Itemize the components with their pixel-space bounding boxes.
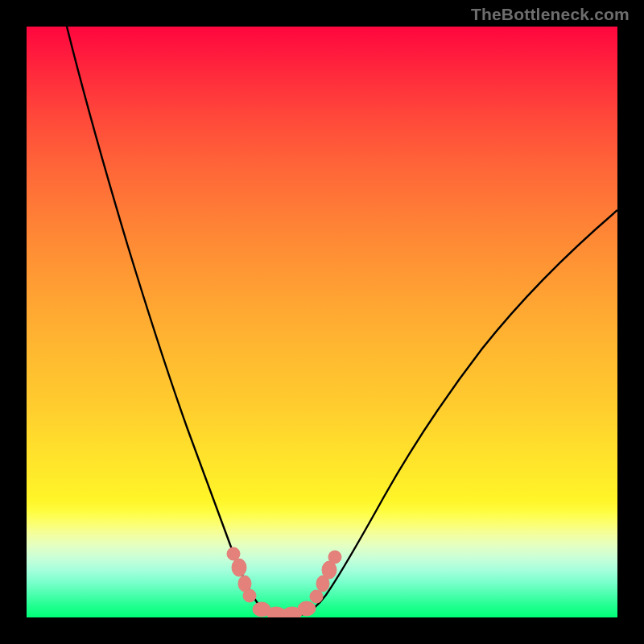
svg-point-11 — [328, 551, 341, 564]
svg-point-0 — [227, 547, 240, 560]
chart-container: TheBottleneck.com — [0, 0, 644, 644]
watermark-text: TheBottleneck.com — [471, 5, 630, 24]
svg-point-1 — [232, 559, 246, 576]
trough-marker-left — [227, 547, 256, 602]
svg-point-7 — [298, 601, 316, 616]
curve-layer — [27, 27, 617, 617]
svg-point-3 — [243, 589, 256, 602]
plot-area — [27, 27, 617, 617]
bottleneck-curve — [67, 27, 617, 616]
trough-marker-bottom — [253, 601, 316, 617]
svg-point-8 — [310, 590, 323, 603]
